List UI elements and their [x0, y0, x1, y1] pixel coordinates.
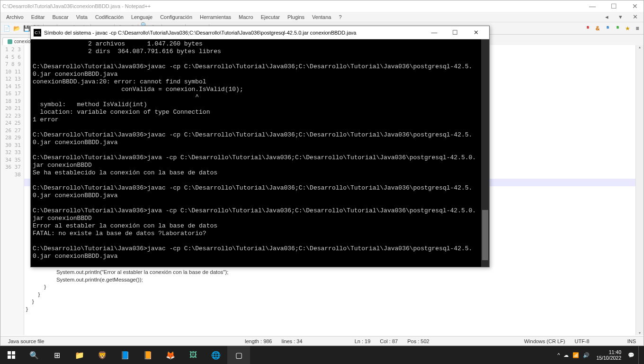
- npp-statusbar: Java source file length : 986 lines : 34…: [0, 336, 644, 346]
- taskbar-clock[interactable]: 11:40 15/10/2022: [593, 349, 624, 361]
- clock-time: 11:40: [596, 349, 621, 355]
- tray-onedrive-icon[interactable]: ☁: [564, 352, 569, 358]
- npp-title: C:\Desarrollo\Tutorial\Java036\conexionB…: [2, 3, 585, 9]
- cmd-title: Símbolo del sistema - javac -cp C:\Desar…: [44, 30, 424, 36]
- status-filetype: Java source file: [3, 338, 240, 344]
- menu-ejecutar[interactable]: Ejecutar: [257, 13, 284, 21]
- tab-file-icon: [8, 39, 12, 44]
- task-view-icon: ⊞: [54, 351, 60, 360]
- taskbar-word[interactable]: 📘: [114, 346, 136, 364]
- npp-menubar: Archivo Editar Buscar Vista Codificación…: [0, 12, 644, 22]
- svg-rect-0: [8, 351, 11, 355]
- status-col: Col : 87: [375, 338, 402, 344]
- status-encoding: UTF-8: [570, 338, 594, 344]
- windows-taskbar: 🔍 ⊞ 📁 🦁 📘 📙 🦊 🖼 🌐 ▢ ^ ☁ 📶 🔊 11:40 15/10/…: [0, 346, 644, 364]
- menu-herramientas[interactable]: Herramientas: [196, 13, 235, 21]
- menu-macro[interactable]: Macro: [235, 13, 257, 21]
- line-number-gutter: 1 2 3 4 5 6 7 8 9 10 11 12 13 14 15 16 1…: [0, 45, 24, 335]
- taskbar-image-app[interactable]: 🖼: [182, 346, 205, 364]
- editor-vertical-scrollbar[interactable]: [635, 45, 644, 335]
- globe-icon: 🌐: [211, 351, 221, 360]
- close-button[interactable]: ✕: [628, 2, 642, 10]
- cmd-maximize-button[interactable]: ☐: [445, 26, 465, 39]
- menu-plugins[interactable]: Plugins: [284, 13, 308, 21]
- list-glyph-icon[interactable]: ≡: [633, 24, 642, 33]
- menu-buscar[interactable]: Buscar: [48, 13, 72, 21]
- maximize-button[interactable]: ☐: [607, 2, 621, 10]
- taskbar-powerpoint[interactable]: 📙: [136, 346, 159, 364]
- new-file-icon[interactable]: 📄: [2, 24, 11, 33]
- search-button[interactable]: 🔍: [23, 346, 45, 364]
- open-file-icon[interactable]: 📂: [12, 24, 21, 33]
- status-eol: Windows (CR LF): [519, 338, 570, 344]
- menu-help[interactable]: ?: [335, 13, 345, 21]
- menu-editar[interactable]: Editar: [27, 13, 49, 21]
- visible-code-bottom: System.out.println("Error al establer la…: [26, 269, 228, 313]
- cmd-app-icon: C:\: [34, 29, 41, 36]
- taskbar-browser[interactable]: 🌐: [205, 346, 227, 364]
- menu-scroll-down-icon[interactable]: ▾: [615, 12, 626, 21]
- tray-volume-icon[interactable]: 🔊: [583, 352, 590, 358]
- clock-date: 15/10/2022: [596, 355, 621, 361]
- system-tray: ^ ☁ 📶 🔊 11:40 15/10/2022 💬: [557, 346, 644, 364]
- menu-scroll-left-icon[interactable]: ◂: [601, 12, 612, 21]
- cmd-window-controls: — ☐ ✕: [424, 26, 486, 39]
- taskbar-firefox[interactable]: 🦊: [159, 346, 182, 364]
- status-length: length : 986: [240, 338, 277, 344]
- search-icon: 🔍: [29, 351, 39, 360]
- menu-ventana[interactable]: Ventana: [308, 13, 335, 21]
- menu-codificacion[interactable]: Codificación: [91, 13, 127, 21]
- minimize-button[interactable]: —: [585, 2, 599, 10]
- svg-rect-2: [8, 355, 11, 359]
- b3-glyph-icon[interactable]: ᴮ: [613, 24, 622, 33]
- menu-configuracion[interactable]: Configuración: [156, 13, 196, 21]
- word-icon: 📘: [120, 351, 130, 360]
- menu-close-icon[interactable]: ✕: [629, 12, 642, 21]
- image-app-icon: 🖼: [189, 351, 197, 359]
- folder-icon: 📁: [75, 351, 84, 360]
- status-ln: Ln : 19: [350, 338, 376, 344]
- save-icon[interactable]: 💾: [22, 24, 31, 33]
- cmd-window[interactable]: C:\ Símbolo del sistema - javac -cp C:\D…: [30, 26, 490, 267]
- show-desktop-button[interactable]: [638, 346, 641, 364]
- cmd-minimize-button[interactable]: —: [424, 26, 445, 39]
- cmd-scrollbar-thumb[interactable]: [482, 210, 488, 260]
- taskbar-explorer[interactable]: 📁: [68, 346, 91, 364]
- cmd-titlebar[interactable]: C:\ Símbolo del sistema - javac -cp C:\D…: [31, 26, 489, 39]
- cmd-close-button[interactable]: ✕: [465, 26, 486, 39]
- cmd-vertical-scrollbar[interactable]: [481, 39, 489, 267]
- terminal-icon: ▢: [235, 351, 242, 360]
- menu-lenguaje[interactable]: Lenguaje: [127, 13, 156, 21]
- powerpoint-icon: 📙: [143, 351, 152, 360]
- cmd-content[interactable]: 2 archivos 1.047.260 bytes 2 dirs 364.08…: [31, 39, 481, 267]
- menu-vista[interactable]: Vista: [72, 13, 91, 21]
- amp-glyph-icon[interactable]: &: [593, 24, 602, 33]
- windows-logo-icon: [8, 351, 15, 359]
- svg-rect-1: [12, 351, 15, 355]
- tray-wifi-icon[interactable]: 📶: [572, 352, 579, 358]
- cmd-body: 2 archivos 1.047.260 bytes 2 dirs 364.08…: [31, 39, 489, 267]
- menu-archivo[interactable]: Archivo: [2, 13, 27, 21]
- svg-rect-3: [12, 355, 15, 359]
- tray-notifications-icon[interactable]: 💬: [628, 352, 635, 358]
- status-mode: INS: [623, 338, 641, 344]
- status-lines: lines : 34: [277, 338, 307, 344]
- start-button[interactable]: [0, 346, 23, 364]
- star-glyph-icon[interactable]: ★: [623, 24, 632, 33]
- tray-chevron-up-icon[interactable]: ^: [557, 352, 560, 358]
- taskbar-brave[interactable]: 🦁: [91, 346, 114, 364]
- npp-titlebar: C:\Desarrollo\Tutorial\Java036\conexionB…: [0, 0, 644, 12]
- b2-glyph-icon[interactable]: ᴮ: [603, 24, 612, 33]
- brave-icon: 🦁: [98, 351, 107, 360]
- status-pos: Pos : 502: [402, 338, 434, 344]
- npp-window-controls: — ☐ ✕: [585, 2, 642, 10]
- task-view-button[interactable]: ⊞: [45, 346, 68, 364]
- bold-glyph-icon[interactable]: ᴮ: [583, 24, 592, 33]
- firefox-icon: 🦊: [166, 351, 175, 360]
- taskbar-terminal[interactable]: ▢: [227, 346, 250, 364]
